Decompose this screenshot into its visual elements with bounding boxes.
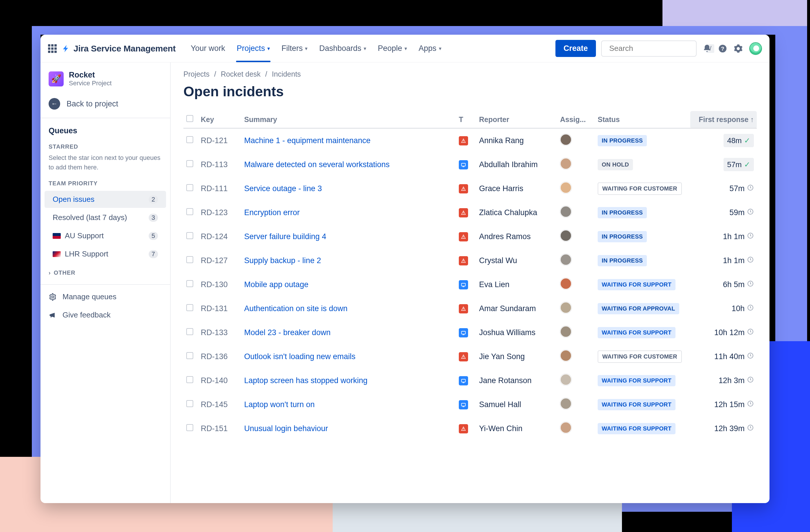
nav-filters[interactable]: Filters▾ <box>276 35 313 62</box>
project-header[interactable]: 🚀 Rocket Service Project <box>40 70 170 94</box>
issue-key[interactable]: RD-145 <box>198 393 241 417</box>
table-row[interactable]: RD-136 Outlook isn't loading new emails … <box>183 345 757 369</box>
assignee-avatar[interactable] <box>560 134 572 146</box>
issue-key[interactable]: RD-140 <box>198 369 241 393</box>
table-row[interactable]: RD-151 Unusual login behaviour Yi-Wen Ch… <box>183 417 757 440</box>
crumb-desk[interactable]: Rocket desk <box>221 70 261 78</box>
user-avatar[interactable] <box>749 42 762 55</box>
issue-key[interactable]: RD-136 <box>198 345 241 369</box>
status-badge[interactable]: WAITING FOR SUPPORT <box>598 423 676 434</box>
assignee-avatar[interactable] <box>560 422 572 433</box>
assignee-avatar[interactable] <box>560 398 572 410</box>
issue-key[interactable]: RD-121 <box>198 128 241 153</box>
nav-people[interactable]: People▾ <box>372 35 413 62</box>
status-badge[interactable]: IN PROGRESS <box>598 135 647 146</box>
status-badge[interactable]: WAITING FOR SUPPORT <box>598 279 676 290</box>
row-checkbox[interactable] <box>186 256 193 263</box>
queue-item[interactable]: Open issues2 <box>45 191 166 208</box>
status-badge[interactable]: WAITING FOR SUPPORT <box>598 375 676 386</box>
app-switcher-icon[interactable] <box>48 44 57 53</box>
row-checkbox[interactable] <box>186 376 193 383</box>
col-type[interactable]: T <box>456 111 476 128</box>
col-reporter[interactable]: Reporter <box>476 111 557 128</box>
issue-summary[interactable]: Service outage - line 3 <box>241 177 456 201</box>
table-row[interactable]: RD-145 Laptop won't turn on Samuel Hall … <box>183 393 757 417</box>
search-box[interactable]: / <box>601 40 697 57</box>
col-key[interactable]: Key <box>198 111 241 128</box>
col-summary[interactable]: Summary <box>241 111 456 128</box>
issue-summary[interactable]: Laptop won't turn on <box>241 393 456 417</box>
issue-summary[interactable]: Machine 1 - equipment maintenance <box>241 128 456 153</box>
manage-queues[interactable]: Manage queues <box>40 288 170 306</box>
row-checkbox[interactable] <box>186 184 193 191</box>
other-toggle[interactable]: › OTHER <box>40 264 170 282</box>
nav-projects[interactable]: Projects▾ <box>231 35 276 62</box>
status-badge[interactable]: IN PROGRESS <box>598 207 647 218</box>
help-icon[interactable]: ? <box>718 44 727 53</box>
row-checkbox[interactable] <box>186 400 193 407</box>
table-row[interactable]: RD-131 Authentication on site is down Am… <box>183 297 757 321</box>
issue-key[interactable]: RD-124 <box>198 225 241 249</box>
assignee-avatar[interactable] <box>560 230 572 242</box>
queue-item[interactable]: AU Support5 <box>45 227 166 244</box>
assignee-avatar[interactable] <box>560 158 572 169</box>
col-select[interactable] <box>183 111 198 128</box>
status-badge[interactable]: WAITING FOR SUPPORT <box>598 327 676 338</box>
issue-summary[interactable]: Encryption error <box>241 201 456 225</box>
row-checkbox[interactable] <box>186 352 193 359</box>
assignee-avatar[interactable] <box>560 302 572 313</box>
nav-apps[interactable]: Apps▾ <box>413 35 447 62</box>
issue-summary[interactable]: Malware detected on several workstations <box>241 153 456 177</box>
issue-key[interactable]: RD-151 <box>198 417 241 440</box>
row-checkbox[interactable] <box>186 424 193 431</box>
col-assignee[interactable]: Assig... <box>557 111 595 128</box>
status-badge[interactable]: IN PROGRESS <box>598 255 647 266</box>
crumb-projects[interactable]: Projects <box>183 70 209 78</box>
bell-icon[interactable] <box>702 44 712 53</box>
status-badge[interactable]: IN PROGRESS <box>598 231 647 242</box>
status-badge[interactable]: WAITING FOR CUSTOMER <box>598 182 682 195</box>
assignee-avatar[interactable] <box>560 206 572 217</box>
row-checkbox[interactable] <box>186 304 193 311</box>
table-row[interactable]: RD-123 Encryption error Zlatica Chalupka… <box>183 201 757 225</box>
status-badge[interactable]: WAITING FOR SUPPORT <box>598 399 676 410</box>
assignee-avatar[interactable] <box>560 374 572 385</box>
table-row[interactable]: RD-121 Machine 1 - equipment maintenance… <box>183 128 757 153</box>
assignee-avatar[interactable] <box>560 254 572 265</box>
table-row[interactable]: RD-133 Model 23 - breaker down Joshua Wi… <box>183 321 757 345</box>
row-checkbox[interactable] <box>186 160 193 167</box>
issue-summary[interactable]: Model 23 - breaker down <box>241 321 456 345</box>
row-checkbox[interactable] <box>186 280 193 287</box>
assignee-avatar[interactable] <box>560 182 572 194</box>
table-row[interactable]: RD-140 Laptop screen has stopped working… <box>183 369 757 393</box>
issue-summary[interactable]: Authentication on site is down <box>241 297 456 321</box>
issue-key[interactable]: RD-131 <box>198 297 241 321</box>
create-button[interactable]: Create <box>555 40 596 57</box>
table-row[interactable]: RD-113 Malware detected on several works… <box>183 153 757 177</box>
row-checkbox[interactable] <box>186 328 193 335</box>
issue-summary[interactable]: Unusual login behaviour <box>241 417 456 440</box>
issue-summary[interactable]: Laptop screen has stopped working <box>241 369 456 393</box>
assignee-avatar[interactable] <box>560 326 572 337</box>
row-checkbox[interactable] <box>186 208 193 215</box>
issue-key[interactable]: RD-113 <box>198 153 241 177</box>
issue-key[interactable]: RD-130 <box>198 273 241 297</box>
issue-key[interactable]: RD-127 <box>198 249 241 273</box>
table-row[interactable]: RD-111 Service outage - line 3 Grace Har… <box>183 177 757 201</box>
nav-your-work[interactable]: Your work <box>185 35 231 62</box>
status-badge[interactable]: WAITING FOR CUSTOMER <box>598 350 682 363</box>
table-row[interactable]: RD-127 Supply backup - line 2 Crystal Wu… <box>183 249 757 273</box>
gear-icon[interactable] <box>734 44 743 53</box>
issue-key[interactable]: RD-123 <box>198 201 241 225</box>
issue-summary[interactable]: Supply backup - line 2 <box>241 249 456 273</box>
status-badge[interactable]: ON HOLD <box>598 159 633 170</box>
issue-summary[interactable]: Mobile app outage <box>241 273 456 297</box>
issue-key[interactable]: RD-133 <box>198 321 241 345</box>
queue-item[interactable]: Resolved (last 7 days)3 <box>45 209 166 226</box>
issue-key[interactable]: RD-111 <box>198 177 241 201</box>
give-feedback[interactable]: Give feedback <box>40 306 170 324</box>
nav-dashboards[interactable]: Dashboards▾ <box>313 35 372 62</box>
issue-summary[interactable]: Outlook isn't loading new emails <box>241 345 456 369</box>
assignee-avatar[interactable] <box>560 278 572 289</box>
col-first-response[interactable]: First response↑ <box>690 111 757 128</box>
